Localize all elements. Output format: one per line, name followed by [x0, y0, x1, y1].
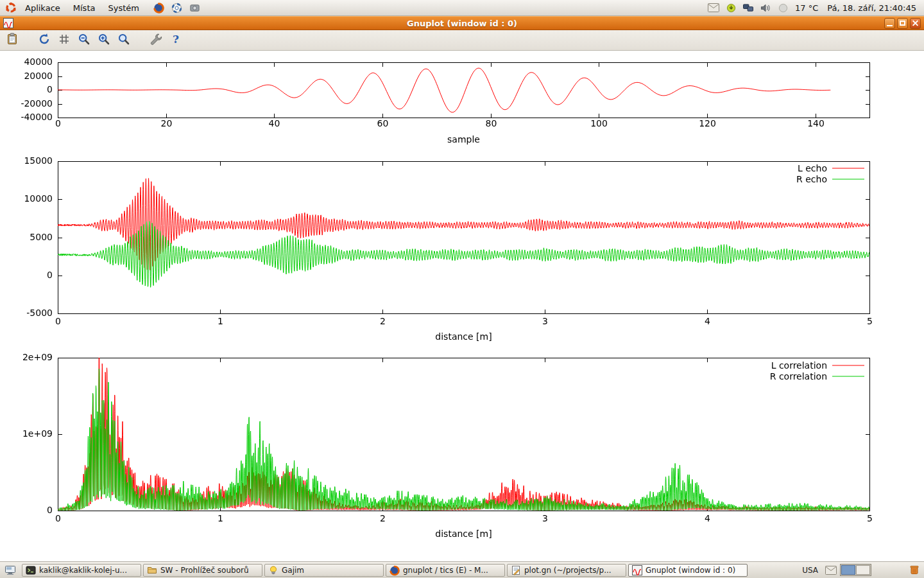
- network-icon[interactable]: [741, 1, 755, 15]
- help-browser-icon: [170, 1, 184, 15]
- taskbar-button-kaklik-kaklik-kolej-u[interactable]: kaklik@kaklik-kolej-u...: [22, 564, 141, 577]
- help-icon: ?: [169, 33, 182, 48]
- taskbar: kaklik@kaklik-kolej-u...SW - Prohlížeč s…: [0, 561, 924, 578]
- plot-area: [0, 51, 924, 561]
- menu-system[interactable]: Systém: [102, 1, 144, 15]
- file-manager-icon: [147, 565, 157, 575]
- svg-text:?: ?: [173, 33, 179, 46]
- mail-envelope-icon[interactable]: [706, 1, 721, 15]
- show-desktop-icon[interactable]: [3, 563, 17, 577]
- maximize-icon: [900, 21, 905, 26]
- grid-icon: [58, 33, 71, 48]
- zoom-next-icon: [98, 33, 110, 48]
- terminal-icon: [26, 565, 36, 575]
- window-controls: [884, 18, 921, 29]
- firefox-icon: [389, 565, 400, 575]
- clipboard-copy-icon: [6, 33, 19, 48]
- temperature-indicator[interactable]: 17 °C: [791, 3, 822, 13]
- replot-button[interactable]: [36, 32, 53, 49]
- gajim-icon: [268, 565, 278, 575]
- gnome-panel-top: Aplikace Místa Systém 17 °C Pá, 18. září…: [0, 0, 924, 16]
- chart-chirp-signal[interactable]: [0, 57, 924, 153]
- window-title: Gnuplot (window id : 0): [0, 19, 924, 28]
- zoom-next-button[interactable]: [96, 32, 112, 49]
- grid-button[interactable]: [56, 32, 73, 49]
- volume-icon[interactable]: [758, 1, 773, 15]
- taskbar-button-plot-gn-projects-p[interactable]: plot.gn (~/projects/p...: [507, 564, 626, 577]
- taskbar-button-gnuplot-window-id-0[interactable]: Gnuplot (window id : 0): [628, 564, 748, 577]
- settings-icon: [150, 33, 162, 48]
- taskbar-button-label: Gnuplot (window id : 0): [646, 566, 735, 575]
- keyboard-layout-indicator[interactable]: USA: [798, 566, 822, 575]
- mail-tray-icon[interactable]: [824, 563, 838, 577]
- taskbar-button-label: SW - Prohlížeč souborů: [160, 566, 249, 575]
- weather-icon[interactable]: [776, 1, 790, 15]
- settings-button[interactable]: [148, 32, 164, 49]
- notification-area: [706, 1, 790, 15]
- menu-places[interactable]: Místa: [67, 1, 101, 15]
- autoscale-button[interactable]: [116, 32, 132, 49]
- workspace-switcher[interactable]: [840, 564, 871, 576]
- panel-launchers: [151, 0, 203, 15]
- window-list: kaklik@kaklik-kolej-u...SW - Prohlížeč s…: [22, 564, 748, 577]
- gnuplot-icon: [632, 565, 642, 575]
- help-button[interactable]: ?: [167, 32, 184, 49]
- taskbar-button-sw-prohl-e-soubor[interactable]: SW - Prohlížeč souborů: [143, 564, 262, 577]
- replot-icon: [38, 33, 51, 48]
- text-editor-icon: [511, 565, 521, 575]
- workspace-2[interactable]: [856, 565, 870, 575]
- close-button[interactable]: [910, 18, 921, 29]
- launcher-screenshot-tool-icon[interactable]: [187, 0, 203, 15]
- screenshot-tool-icon: [188, 1, 202, 15]
- taskbar-button-label: plot.gn (~/projects/p...: [524, 566, 612, 575]
- toolbar-separator: [135, 40, 144, 40]
- clock[interactable]: Pá, 18. září, 21:40:45: [823, 3, 920, 13]
- menu-applications[interactable]: Aplikace: [19, 1, 66, 15]
- taskbar-button-label: kaklik@kaklik-kolej-u...: [39, 566, 127, 575]
- clipboard-copy-button[interactable]: [4, 32, 21, 49]
- zoom-previous-icon: [78, 33, 90, 48]
- chart-correlation[interactable]: [0, 353, 924, 545]
- minimize-icon: [887, 25, 893, 26]
- taskbar-button-label: gnuplot / tics (E) - M...: [403, 566, 488, 575]
- toolbar-separator: [24, 40, 33, 40]
- desktop: Aplikace Místa Systém 17 °C Pá, 18. září…: [0, 0, 924, 578]
- autoscale-icon: [117, 33, 130, 48]
- ubuntu-logo-icon[interactable]: [4, 1, 18, 15]
- window-titlebar[interactable]: Gnuplot (window id : 0): [0, 16, 924, 30]
- firefox-icon: [152, 1, 166, 15]
- launcher-firefox-icon[interactable]: [151, 0, 167, 15]
- maximize-button[interactable]: [897, 18, 908, 29]
- zoom-previous-button[interactable]: [76, 32, 92, 49]
- chart-echo-signals[interactable]: [0, 156, 924, 349]
- gnuplot-window-icon: [3, 18, 13, 28]
- gnuplot-toolbar: ?: [0, 30, 924, 51]
- update-notifier-icon[interactable]: [724, 1, 738, 15]
- minimize-button[interactable]: [884, 18, 895, 29]
- taskbar-button-gnuplot-tics-e-m[interactable]: gnuplot / tics (E) - M...: [386, 564, 505, 577]
- trash-icon[interactable]: [909, 565, 921, 576]
- launcher-help-browser-icon[interactable]: [169, 0, 185, 15]
- taskbar-button-label: Gajim: [282, 566, 304, 575]
- workspace-1[interactable]: [841, 565, 855, 575]
- taskbar-button-gajim[interactable]: Gajim: [264, 564, 384, 577]
